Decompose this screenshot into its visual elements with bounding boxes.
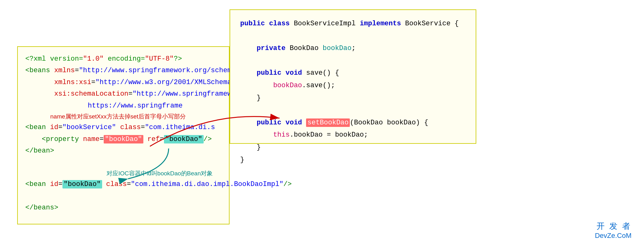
java-line-field: private BookDao bookDao; [240,42,466,55]
java-line-save-close: } [240,92,466,104]
java-code-box: public class BookServiceImpl implements … [230,9,476,144]
xml-line-bean-service: <bean id="bookService" class="com.itheim… [25,122,221,133]
watermark-cn: 开 发 者 [595,221,632,232]
java-line-class: public class BookServiceImpl implements … [240,18,466,30]
java-line-save-decl: public void save() { [240,67,466,79]
xml-line-property: <property name="bookDao" ref="bookDao"/> [25,133,221,145]
watermark: 开 发 者 DevZe.CoM [595,221,632,240]
xml-line-beans-close: </beans> [25,202,221,213]
xml-line-decl: <?xml version="1.0" encoding="UTF-8"?> [25,53,221,65]
java-blank3 [240,104,466,117]
xml-code-box: <?xml version="1.0" encoding="UTF-8"?> <… [17,46,230,224]
xml-annotation-name: name属性对应setXxx方法去掉set后首字母小写部分 [25,112,221,122]
java-line-set-body: this.bookDao = bookDao; [240,129,466,141]
java-line-save-body: bookDao.save(); [240,79,466,92]
java-blank2 [240,55,466,67]
xml-blank2 [25,190,221,202]
xml-blank [25,157,221,168]
xml-annotation-ioc: 对应IOC容器中id叫bookDao的Bean对象 [25,168,221,178]
xml-line-bean-dao: <bean id="bookDao" class="com.itheima.di… [25,178,221,190]
java-line-set-decl: public void setBookDao(BookDao bookDao) … [240,117,466,129]
java-blank1 [240,30,466,43]
xml-line-bean-close: </bean> [25,145,221,157]
java-line-set-close: } [240,141,466,154]
java-line-class-close: } [240,154,466,166]
xml-line-https: https://www.springframe [25,100,221,112]
xml-line-xsi: xmlns:xsi="http://www.w3.org/2001/XMLSch… [25,77,221,88]
xml-line-beans: <beans xmlns="http://www.springframework… [25,65,221,76]
xml-line-schema: xsi:schemaLocation="http://www.springfra… [25,88,221,100]
watermark-en: DevZe.CoM [595,232,632,240]
